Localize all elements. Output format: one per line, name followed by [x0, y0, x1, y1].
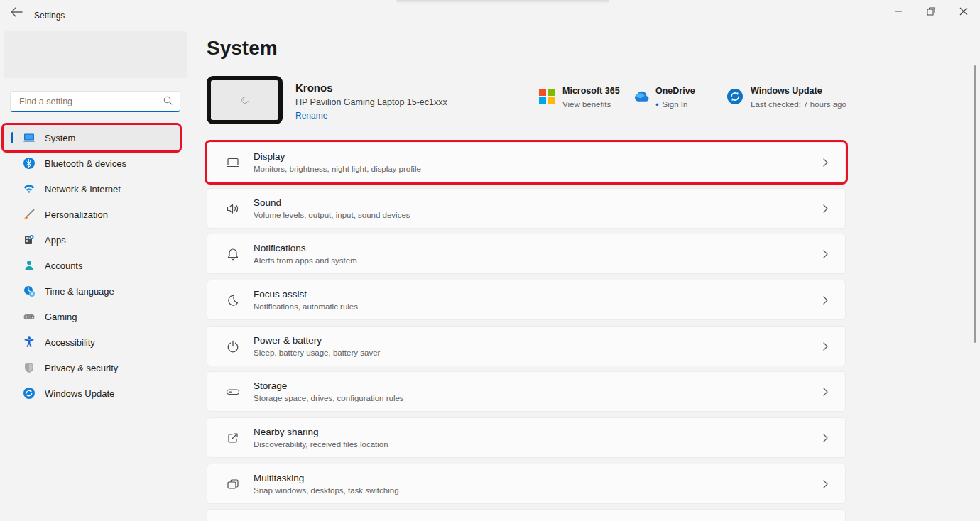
sidebar-item-label: Time & language: [45, 286, 114, 297]
windows-update-icon: [23, 387, 36, 400]
sidebar-item-apps[interactable]: Apps: [4, 227, 180, 253]
sidebar-item-privacy-security[interactable]: Privacy & security: [4, 355, 180, 380]
focus-assist-icon: [225, 292, 241, 308]
device-model: HP Pavilion Gaming Laptop 15-ec1xxx: [295, 97, 447, 107]
status-bullet: •: [655, 99, 659, 111]
row-title: Focus assist: [254, 288, 358, 300]
row-subtitle: Discoverability, received files location: [254, 439, 388, 450]
storage-icon: [225, 384, 241, 400]
page-title: System: [207, 37, 278, 60]
sidebar-item-label: Windows Update: [45, 388, 114, 399]
sign-in-link[interactable]: Sign In: [663, 99, 688, 111]
status-card-subtitle: Last checked: 7 hours ago: [751, 99, 846, 111]
status-card-title: Microsoft 365: [562, 85, 620, 97]
chevron-right-icon: [822, 295, 829, 305]
title-bar: Settings: [0, 0, 980, 23]
row-subtitle: Alerts from apps and system: [254, 256, 357, 266]
accounts-icon: [23, 259, 36, 272]
selected-indicator-pill: [11, 132, 13, 143]
windows-update-status-icon: [726, 87, 744, 106]
settings-row-storage[interactable]: Storage Storage space, drives, configura…: [207, 371, 846, 412]
sidebar-item-windows-update[interactable]: Windows Update: [4, 380, 180, 406]
status-card-windows-update[interactable]: Windows Update Last checked: 7 hours ago: [726, 85, 846, 111]
settings-row-notifications[interactable]: Notifications Alerts from apps and syste…: [207, 234, 846, 274]
system-icon: [23, 131, 36, 144]
sidebar-item-label: Accessibility: [45, 337, 95, 348]
search-box[interactable]: [10, 91, 180, 112]
power-battery-icon: [225, 339, 241, 354]
device-image: [207, 76, 283, 124]
sidebar-item-bluetooth-devices[interactable]: Bluetooth & devices: [4, 150, 180, 176]
chevron-right-icon: [822, 204, 829, 214]
time-language-icon: [23, 285, 36, 297]
status-card-onedrive[interactable]: OneDrive • Sign In: [631, 85, 695, 111]
device-logo-icon: [240, 95, 250, 105]
network-icon: [23, 182, 36, 195]
sidebar-item-label: Accounts: [45, 260, 82, 271]
close-button[interactable]: [947, 0, 980, 23]
sidebar-item-personalization[interactable]: Personalization: [4, 202, 180, 227]
nearby-sharing-icon: [225, 430, 241, 446]
chevron-right-icon: [822, 341, 829, 351]
settings-row-partial[interactable]: [207, 509, 846, 521]
status-card-microsoft-365[interactable]: Microsoft 365 View benefits: [538, 85, 620, 111]
sidebar-item-system[interactable]: System: [4, 125, 180, 150]
settings-row-nearby-sharing[interactable]: Nearby sharing Discoverability, received…: [207, 417, 846, 458]
sidebar-item-network-internet[interactable]: Network & internet: [4, 176, 180, 202]
window-title: Settings: [34, 11, 65, 21]
search-icon: [163, 95, 173, 108]
multitasking-icon: [225, 476, 241, 492]
notifications-icon: [225, 246, 241, 262]
accessibility-icon: [23, 336, 36, 349]
microsoft-365-logo: [538, 87, 556, 106]
row-subtitle: Sleep, battery usage, battery saver: [254, 348, 380, 358]
bluetooth-icon: [23, 157, 36, 170]
back-icon[interactable]: [10, 6, 24, 18]
sidebar-item-accounts[interactable]: Accounts: [4, 253, 180, 278]
row-title: Nearby sharing: [254, 426, 388, 438]
status-card-subtitle: • Sign In: [655, 99, 695, 111]
rename-link[interactable]: Rename: [295, 111, 327, 121]
row-title: Display: [254, 150, 421, 163]
row-title: Power & battery: [254, 334, 380, 346]
settings-row-focus-assist[interactable]: Focus assist Notifications, automatic ru…: [207, 280, 846, 320]
privacy-security-icon: [23, 361, 36, 374]
status-card-title: OneDrive: [655, 85, 695, 97]
row-subtitle: Volume levels, output, input, sound devi…: [254, 210, 410, 221]
row-subtitle: Snap windows, desktops, task switching: [254, 486, 399, 496]
display-icon: [225, 155, 241, 170]
sidebar-item-label: Privacy & security: [45, 363, 118, 373]
device-name: Kronos: [295, 82, 333, 94]
restore-button[interactable]: [915, 0, 947, 23]
sidebar-item-label: Network & internet: [45, 184, 121, 194]
chevron-right-icon: [822, 433, 829, 443]
settings-row-power-battery[interactable]: Power & battery Sleep, battery usage, ba…: [207, 326, 846, 366]
account-banner-placeholder: [4, 31, 187, 78]
settings-row-display[interactable]: Display Monitors, brightness, night ligh…: [207, 142, 846, 182]
apps-icon: [23, 234, 36, 246]
sidebar-item-gaming[interactable]: Gaming: [4, 304, 180, 329]
row-subtitle: Notifications, automatic rules: [254, 302, 358, 312]
sound-icon: [225, 201, 241, 216]
sidebar-item-label: Gaming: [45, 312, 77, 322]
row-subtitle: Storage space, drives, configuration rul…: [254, 393, 404, 404]
row-title: Multitasking: [254, 472, 399, 484]
sidebar-item-time-language[interactable]: Time & language: [4, 278, 180, 304]
sidebar-item-label: Apps: [45, 235, 66, 246]
row-title: Notifications: [254, 242, 357, 254]
sidebar-item-label: Bluetooth & devices: [45, 158, 126, 169]
scrollbar-thumb[interactable]: [974, 65, 976, 343]
gaming-icon: [23, 310, 36, 323]
settings-row-multitasking[interactable]: Multitasking Snap windows, desktops, tas…: [207, 464, 846, 504]
search-input[interactable]: [11, 97, 163, 106]
minimize-button[interactable]: [882, 0, 915, 23]
onedrive-cloud-icon: [631, 87, 649, 106]
status-card-subtitle: View benefits: [562, 99, 620, 111]
sidebar-item-accessibility[interactable]: Accessibility: [4, 329, 180, 355]
chevron-right-icon: [822, 158, 829, 168]
top-shadow-strip: [396, 0, 609, 4]
row-title: Storage: [254, 380, 404, 392]
settings-row-sound[interactable]: Sound Volume levels, output, input, soun…: [207, 188, 846, 229]
chevron-right-icon: [822, 249, 829, 259]
status-card-title: Windows Update: [751, 85, 846, 97]
